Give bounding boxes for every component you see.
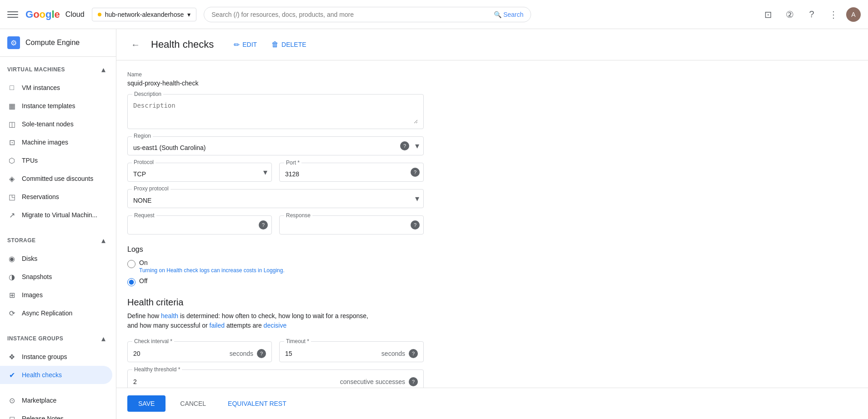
healthy-threshold-floating-label: Healthy threshold *	[132, 366, 182, 373]
section-header-instance-groups[interactable]: Instance groups ▴	[0, 329, 116, 348]
proxy-protocol-select[interactable]: NONE	[127, 189, 424, 208]
form-footer: SAVE CANCEL EQUIVALENT REST	[116, 388, 868, 419]
logs-on-hint: Turning on Health check logs can increas…	[139, 267, 285, 274]
sidebar-item-images[interactable]: ⊞ Images	[0, 286, 112, 304]
sidebar-item-vm-instances[interactable]: □ VM instances	[0, 79, 112, 97]
instance-templates-icon: ▦	[7, 101, 16, 110]
sidebar-item-sole-tenant-nodes[interactable]: ◫ Sole-tenant nodes	[0, 115, 112, 133]
port-input[interactable]	[285, 170, 405, 178]
search-input[interactable]	[211, 11, 490, 18]
description-wrapper: Description	[127, 94, 424, 129]
timeout-input-row: seconds ?	[285, 349, 418, 358]
criteria-description: Define how health is determined: how oft…	[127, 311, 424, 330]
response-field-group: Response ?	[279, 215, 424, 234]
help-button[interactable]: ?	[803, 5, 821, 24]
logs-off-label: Off	[139, 277, 147, 284]
sidebar-item-instance-groups-item[interactable]: ❖ Instance groups	[0, 348, 112, 366]
description-field-group: Description	[127, 94, 424, 129]
request-help-icon[interactable]: ?	[259, 220, 268, 229]
section-header-storage[interactable]: Storage ▴	[0, 231, 116, 249]
content-area: ← Health checks ✏ EDIT 🗑 DELETE Name squ…	[116, 29, 868, 419]
logs-on-radio[interactable]	[127, 260, 135, 268]
notifications-button[interactable]: ②	[781, 5, 799, 24]
response-input-wrapper: Response ?	[279, 215, 424, 234]
proxy-protocol-select-wrapper: Proxy protocol NONE ▾	[127, 189, 424, 208]
request-input[interactable]	[133, 223, 253, 230]
sidebar-item-marketplace[interactable]: ⊙ Marketplace	[0, 391, 112, 409]
sidebar-item-instance-templates[interactable]: ▦ Instance templates	[0, 97, 112, 115]
sidebar-item-label-release-notes: Release Notes	[22, 415, 64, 419]
sidebar-item-snapshots[interactable]: ◑ Snapshots	[0, 268, 112, 286]
menu-icon[interactable]	[7, 9, 18, 20]
project-selector[interactable]: hub-network-alexanderhose ▾	[92, 8, 197, 21]
project-selector-arrow: ▾	[187, 11, 191, 18]
sidebar-item-machine-images[interactable]: ⊡ Machine images	[0, 133, 112, 151]
topbar-left: Google Cloud hub-network-alexanderhose ▾	[7, 8, 196, 21]
healthy-threshold-input[interactable]	[133, 378, 161, 385]
more-options-button[interactable]: ⋮	[824, 5, 843, 24]
section-title-virtual-machines: Virtual machines	[7, 66, 65, 73]
project-dot	[98, 13, 101, 16]
check-interval-field-group: Check interval * seconds ?	[127, 341, 272, 362]
description-input[interactable]	[133, 102, 418, 124]
response-help-circle[interactable]: ?	[411, 220, 420, 229]
search-button[interactable]: 🔍 Search	[494, 11, 523, 18]
sidebar-item-label-tpus: TPUs	[22, 157, 38, 164]
sidebar-item-disks[interactable]: ◉ Disks	[0, 249, 112, 268]
header-actions: ✏ EDIT 🗑 DELETE	[228, 37, 311, 53]
protocol-select[interactable]: TCP	[127, 163, 272, 182]
sidebar-item-tpus[interactable]: ⬡ TPUs	[0, 151, 112, 170]
check-interval-help-icon[interactable]: ?	[257, 349, 266, 358]
timeout-unit-label: seconds	[381, 350, 405, 357]
section-header-virtual-machines[interactable]: Virtual machines ▴	[0, 60, 116, 79]
section-title-instance-groups: Instance groups	[7, 335, 63, 342]
request-help-circle[interactable]: ?	[259, 220, 268, 229]
port-help-icon[interactable]: ?	[411, 168, 420, 177]
display-icon-button[interactable]: ⊡	[759, 5, 777, 24]
timeout-help-icon[interactable]: ?	[409, 349, 418, 358]
collapse-instance-groups-icon[interactable]: ▴	[98, 333, 109, 344]
check-interval-wrapper: Check interval * seconds ?	[127, 341, 272, 362]
sidebar-item-migrate-to-virtual-machines[interactable]: ↗ Migrate to Virtual Machin...	[0, 206, 112, 224]
region-select[interactable]: us-east1 (South Carolina)	[127, 136, 424, 155]
form-area: Name squid-proxy-health-check Descriptio…	[116, 60, 435, 419]
collapse-storage-icon[interactable]: ▴	[98, 235, 109, 246]
cancel-button[interactable]: CANCEL	[173, 395, 213, 412]
delete-button[interactable]: 🗑 DELETE	[266, 37, 311, 52]
proxy-protocol-floating-label: Proxy protocol	[132, 185, 171, 192]
response-help-icon[interactable]: ?	[411, 220, 420, 229]
sidebar-item-committed-use-discounts[interactable]: ◈ Committed use discounts	[0, 170, 112, 188]
user-avatar[interactable]: A	[846, 7, 861, 22]
healthy-threshold-help-icon[interactable]: ?	[409, 377, 418, 386]
logs-title: Logs	[127, 245, 424, 254]
logs-on-option[interactable]: On Turning on Health check logs can incr…	[127, 259, 424, 274]
equivalent-rest-button[interactable]: EQUIVALENT REST	[221, 395, 294, 412]
delete-icon: 🗑	[271, 40, 279, 49]
edit-button[interactable]: ✏ EDIT	[228, 37, 262, 53]
save-button[interactable]: SAVE	[127, 395, 166, 412]
topbar-right: ⊡ ② ? ⋮ A	[759, 5, 861, 24]
check-interval-input[interactable]	[133, 350, 161, 357]
sidebar-item-reservations[interactable]: ◳ Reservations	[0, 188, 112, 206]
logs-off-radio[interactable]	[127, 278, 135, 286]
response-input[interactable]	[285, 223, 405, 230]
name-value: squid-proxy-health-check	[127, 80, 424, 87]
logs-off-option[interactable]: Off	[127, 277, 424, 286]
search-bar: 🔍 Search	[204, 7, 531, 22]
region-help-icon[interactable]: ?	[400, 141, 409, 150]
sidebar-item-label-images: Images	[22, 291, 43, 299]
port-help-circle[interactable]: ?	[411, 168, 420, 177]
region-help-circle[interactable]: ?	[400, 141, 409, 150]
back-button[interactable]: ←	[127, 36, 144, 53]
timeout-input[interactable]	[285, 350, 312, 357]
sidebar-item-release-notes[interactable]: ◻ Release Notes	[0, 409, 112, 419]
sidebar-item-health-checks[interactable]: ✔ Health checks	[0, 366, 112, 384]
region-field-group: Region us-east1 (South Carolina) ▾ ?	[127, 136, 424, 155]
port-floating-label: Port *	[284, 160, 301, 166]
collapse-virtual-machines-icon[interactable]: ▴	[98, 64, 109, 75]
marketplace-icon: ⊙	[7, 396, 16, 405]
criteria-decisive-highlight: decisive	[264, 322, 287, 329]
sidebar-item-async-replication[interactable]: ⟳ Async Replication	[0, 304, 112, 322]
check-interval-unit-label: seconds	[230, 350, 253, 357]
request-floating-label: Request	[132, 212, 156, 219]
